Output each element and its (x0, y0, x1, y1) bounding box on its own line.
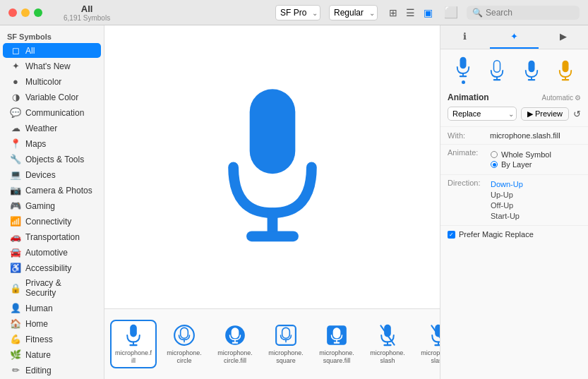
animate-whole-symbol[interactable]: Whole Symbol (491, 150, 551, 159)
variant-dot-1 (462, 80, 465, 84)
direction-start-up[interactable]: Start-Up (491, 211, 523, 221)
symbol-thumb-1[interactable]: microphone.circle (161, 321, 208, 368)
weight-selector[interactable]: Regular (329, 5, 378, 20)
sidebar-icon-transportation: 🚗 (10, 231, 21, 242)
svg-rect-7 (181, 327, 188, 338)
list-view-button[interactable]: ☰ (403, 6, 418, 20)
sidebar-item-variable-color[interactable]: ◑Variable Color (3, 90, 101, 104)
animation-mode-select-wrapper[interactable]: Replace (448, 107, 517, 121)
sidebar-item-whats-new[interactable]: ✦What's New (3, 59, 101, 73)
sidebar-label-connectivity: Connectivity (25, 217, 71, 227)
prefer-magic-checkbox[interactable] (448, 231, 455, 239)
sidebar-icon-editing: ✏ (10, 365, 21, 375)
sidebar-label-nature: Nature (25, 350, 51, 360)
svg-rect-39 (562, 79, 570, 80)
sidebar-item-communication[interactable]: 💬Communication (3, 105, 101, 120)
animate-radio-group: Whole Symbol By Layer (491, 148, 551, 172)
inspector-toggle-button[interactable]: ⬜ (444, 6, 458, 19)
inspector-tab-customize[interactable]: ✦ (490, 25, 539, 49)
svg-rect-33 (493, 79, 501, 80)
sidebar-item-multicolor[interactable]: ●Multicolor (3, 74, 101, 89)
maximize-button[interactable] (34, 8, 42, 17)
sidebar-label-transportation: Transportation (25, 232, 80, 242)
inspector-tab-info[interactable]: ℹ (440, 25, 490, 49)
direction-off-up[interactable]: Off-Up (491, 200, 523, 210)
titlebar-center: All 6,191 Symbols SF Pro Regular ⊞ ☰ ▣ ⬜… (42, 4, 580, 22)
sidebar-item-automotive[interactable]: 🚘Automotive (3, 245, 101, 260)
svg-rect-2 (246, 231, 299, 241)
sidebar-icon-nature: 🌿 (10, 349, 21, 360)
sidebar-icon-connectivity: 📶 (10, 216, 21, 227)
close-button[interactable] (8, 8, 17, 17)
symbol-thumb-0[interactable]: microphone.fill (110, 320, 157, 369)
main-symbol-view (209, 83, 336, 252)
sidebar-item-home[interactable]: 🏠Home (3, 316, 101, 331)
symbol-thumb-6[interactable]: microphone.slash (415, 321, 440, 368)
bottom-strip: microphone.fill microphone.circle microp… (104, 308, 440, 379)
sidebar-label-maps: Maps (25, 139, 46, 149)
sidebar-item-connectivity[interactable]: 📶Connectivity (3, 214, 101, 229)
direction-up-up[interactable]: Up-Up (491, 190, 523, 200)
animation-header: Animation Automatic ⚙ (448, 92, 581, 102)
symbol-thumb-5[interactable]: microphone.slash (364, 321, 411, 368)
refresh-button[interactable]: ↺ (573, 109, 581, 119)
sidebar-item-fitness[interactable]: 💪Fitness (3, 332, 101, 347)
symbol-thumb-label-1: microphone.circle (167, 349, 202, 365)
font-weight-select[interactable]: Regular (329, 5, 378, 20)
symbol-thumb-4[interactable]: microphone.square.fill (313, 321, 360, 368)
sidebar-item-human[interactable]: 👤Human (3, 301, 101, 315)
animation-title: Animation (448, 92, 489, 102)
minimize-button[interactable] (21, 8, 30, 17)
sidebar: SF Symbols ◻All✦What's New●Multicolor◑Va… (0, 25, 104, 379)
sidebar-icon-camera-photos: 📷 (10, 185, 21, 195)
sidebar-icon-fitness: 💪 (10, 334, 21, 344)
sidebar-item-maps[interactable]: 📍Maps (3, 136, 101, 151)
sidebar-item-privacy-security[interactable]: 🔒Privacy & Security (3, 276, 101, 300)
symbol-thumb-3[interactable]: microphone.square (263, 321, 309, 368)
sidebar-label-editing: Editing (25, 366, 52, 375)
variant-fill[interactable] (452, 56, 474, 84)
svg-rect-0 (249, 89, 295, 174)
prefer-magic-row[interactable]: Prefer Magic Replace (448, 230, 581, 239)
font-selector[interactable]: SF Pro (275, 5, 320, 20)
sidebar-item-objects-tools[interactable]: 🔧Objects & Tools (3, 152, 101, 167)
sidebar-icon-weather: ☁ (10, 123, 21, 133)
sidebar-icon-home: 🏠 (10, 318, 21, 329)
font-name-select[interactable]: SF Pro (275, 5, 320, 20)
variant-multicolor[interactable] (521, 60, 542, 81)
variant-outline[interactable] (486, 60, 508, 81)
sidebar-item-gaming[interactable]: 🎮Gaming (3, 198, 101, 213)
svg-rect-12 (232, 342, 239, 343)
animate-layer-radio[interactable] (491, 161, 498, 168)
inspector-tab-play[interactable]: ▶ (539, 25, 588, 49)
direction-down-up[interactable]: Down-Up (491, 179, 523, 189)
sidebar-item-accessibility[interactable]: ♿Accessibility (3, 260, 101, 275)
sidebar-item-camera-photos[interactable]: 📷Camera & Photos (3, 183, 101, 198)
sidebar-item-transportation[interactable]: 🚗Transportation (3, 229, 101, 244)
sidebar-item-nature[interactable]: 🌿Nature (3, 347, 101, 362)
sidebar-icon-whats-new: ✦ (10, 61, 21, 71)
sidebar-item-all[interactable]: ◻All (3, 43, 101, 58)
view-toggle-group: ⊞ ☰ ▣ (386, 6, 436, 20)
sidebar-label-multicolor: Multicolor (25, 77, 61, 87)
symbol-display (104, 25, 440, 308)
animate-by-layer[interactable]: By Layer (491, 160, 551, 169)
preview-button[interactable]: ▶ Preview (521, 107, 569, 121)
symbol-thumb-2[interactable]: microphone.circle.fill (212, 321, 258, 368)
variant-orange[interactable] (555, 60, 576, 81)
animate-whole-radio[interactable] (491, 151, 498, 158)
sidebar-label-home: Home (25, 319, 48, 329)
sidebar-item-editing[interactable]: ✏Editing (3, 363, 101, 378)
sidebar-item-devices[interactable]: 💻Devices (3, 167, 101, 182)
search-input[interactable] (486, 8, 577, 18)
sidebar-item-weather[interactable]: ☁Weather (3, 121, 101, 136)
svg-rect-19 (334, 342, 340, 343)
search-box: 🔍 (467, 6, 580, 20)
grid-view-button[interactable]: ⊞ (386, 6, 400, 20)
animation-mode-select[interactable]: Replace (448, 107, 517, 121)
inspector-preview-row (440, 49, 588, 87)
direction-options: Down-Up Up-Up Off-Up Start-Up (491, 178, 523, 222)
svg-rect-5 (129, 344, 137, 346)
animation-section: Animation Automatic ⚙ Replace ▶ Preview … (440, 87, 588, 127)
gallery-view-button[interactable]: ▣ (421, 6, 436, 20)
